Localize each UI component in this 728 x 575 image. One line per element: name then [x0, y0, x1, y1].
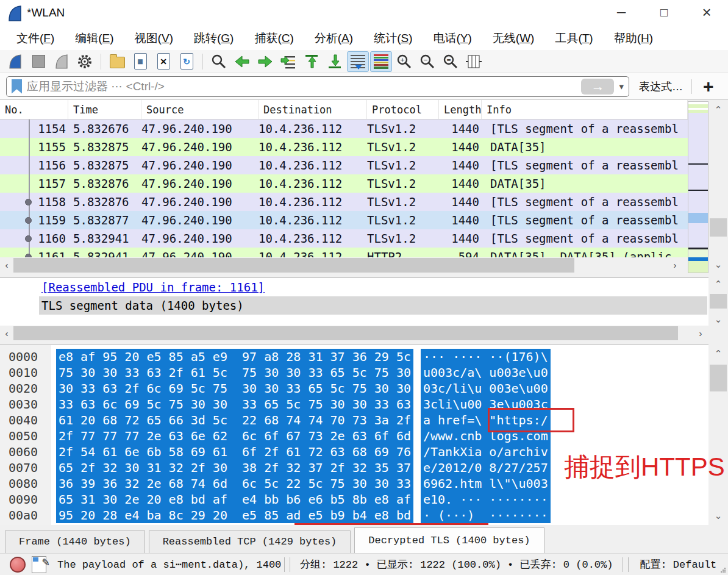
colorize-icon[interactable] [370, 51, 392, 72]
menu-item-t[interactable]: 工具(T) [544, 28, 603, 49]
zoom-reset-icon[interactable]: = [440, 51, 462, 72]
scroll-right-icon[interactable]: › [694, 326, 707, 341]
packet-row-1160[interactable]: 11605.83294147.96.240.19010.4.236.112TLS… [0, 229, 688, 248]
pane-splitter[interactable] [0, 273, 728, 277]
add-filter-button[interactable]: + [703, 77, 714, 96]
hex-bytes[interactable]: 2f 54 61 6e 6b 58 69 61 6f 2f 61 72 63 6… [56, 444, 413, 460]
find-packet-icon[interactable] [208, 51, 230, 72]
goto-packet-icon[interactable] [277, 51, 299, 72]
filter-bookmark-icon[interactable] [12, 79, 22, 94]
packet-row-1155[interactable]: 11555.83287547.96.240.19010.4.236.112TLS… [0, 138, 688, 156]
hex-bytes[interactable]: 2f 77 77 77 2e 63 6e 62 6c 6f 67 73 2e 6… [56, 428, 413, 444]
hex-bytes[interactable]: 36 39 36 32 2e 68 74 6d 6c 5c 22 5c 75 3… [56, 476, 413, 491]
packet-row-1156[interactable]: 11565.83287547.96.240.19010.4.236.112TLS… [0, 156, 688, 174]
packet-row-1158[interactable]: 11585.83287647.96.240.19010.4.236.112TLS… [0, 193, 688, 211]
scroll-up-icon[interactable]: ⌃ [708, 276, 728, 293]
autoscroll-icon[interactable] [347, 51, 369, 72]
hex-ascii[interactable]: u003c/a\ u003e\u0 [421, 365, 551, 380]
menu-item-h[interactable]: 帮助(H) [604, 28, 663, 49]
hex-row-0040[interactable]: 004061 20 68 72 65 66 3d 5c 22 68 74 74 … [0, 412, 551, 428]
packet-list-vscrollbar[interactable]: ⌃ ⌄ [708, 101, 728, 273]
expression-button[interactable]: 表达式… [639, 79, 683, 94]
scroll-down-icon[interactable]: ⌄ [708, 256, 728, 273]
packet-list-minimap[interactable] [688, 101, 708, 273]
scroll-down-icon[interactable]: ⌄ [708, 507, 728, 524]
byte-tab-reassembled[interactable]: Reassembled TCP (1429 bytes) [149, 530, 351, 553]
hex-row-0000[interactable]: 0000e8 af 95 20 e5 85 a5 e9 97 a8 28 31 … [0, 349, 551, 365]
hex-bytes[interactable]: 33 63 6c 69 5c 75 30 30 33 65 5c 75 30 3… [56, 396, 413, 412]
display-filter-box[interactable]: → ▾ [6, 76, 629, 97]
hex-bytes[interactable]: e8 af 95 20 e5 85 a5 e9 97 a8 28 31 37 3… [56, 349, 413, 365]
packet-row-1161[interactable]: 11615.83294147.96.240.19010.4.236.112HTT… [0, 248, 688, 257]
scroll-left-icon[interactable]: ‹ [0, 257, 13, 273]
hex-ascii[interactable]: e/2012/0 8/27/257 [421, 460, 551, 476]
previous-packet-icon[interactable] [231, 51, 253, 72]
menu-item-e[interactable]: 编辑(E) [65, 28, 124, 49]
scroll-up-icon[interactable]: ⌃ [708, 101, 728, 118]
bytes-vscrollbar[interactable]: ⌃ ⌄ [708, 345, 728, 524]
menu-item-w[interactable]: 无线(W) [482, 28, 545, 49]
hex-bytes[interactable]: 75 30 30 33 63 2f 61 5c 75 30 30 33 65 5… [56, 365, 413, 380]
hex-row-0080[interactable]: 008036 39 36 32 2e 68 74 6d 6c 5c 22 5c … [0, 476, 551, 491]
scrollbar-thumb[interactable] [710, 218, 727, 237]
stop-capture-icon[interactable] [27, 51, 49, 72]
zoom-in-icon[interactable]: + [393, 51, 415, 72]
byte-tab-frame[interactable]: Frame (1440 bytes) [5, 530, 145, 553]
hex-ascii[interactable]: 3cli\u00 3e\u003c [421, 396, 551, 412]
scrollbar-thumb[interactable] [710, 294, 727, 309]
open-file-icon[interactable] [106, 51, 128, 72]
scroll-down-icon[interactable]: ⌄ [708, 311, 728, 328]
details-hscrollbar[interactable]: ‹ › [0, 326, 708, 341]
menu-item-c[interactable]: 捕获(C) [244, 28, 304, 49]
hex-row-0090[interactable]: 009065 31 30 2e 20 e8 bd af e4 bb b6 e6 … [0, 491, 551, 507]
hex-ascii[interactable]: e10. ··· ········ [421, 491, 551, 507]
maximize-button[interactable]: □ [646, 0, 682, 24]
menu-item-v[interactable]: 视图(V) [124, 28, 184, 49]
start-capture-icon[interactable] [4, 51, 26, 72]
menu-item-s[interactable]: 统计(S) [363, 28, 423, 49]
detail-row-selected[interactable]: TLS segment data (1400 bytes) [39, 296, 707, 315]
scroll-up-icon[interactable]: ⌃ [708, 345, 728, 362]
restart-capture-icon[interactable] [51, 51, 73, 72]
hex-bytes[interactable]: 30 33 63 2f 6c 69 5c 75 30 30 33 65 5c 7… [56, 380, 413, 396]
scroll-left-icon[interactable]: ‹ [0, 326, 13, 341]
hex-ascii[interactable]: 03c/li\u 003e\u00 [421, 380, 551, 396]
hex-ascii[interactable]: · (···) ········ [421, 507, 551, 523]
hex-row-0050[interactable]: 00502f 77 77 77 2e 63 6e 62 6c 6f 67 73 … [0, 428, 551, 444]
menu-item-g[interactable]: 跳转(G) [184, 28, 244, 49]
save-file-icon[interactable]: ▦ [129, 51, 151, 72]
hex-bytes[interactable]: 65 31 30 2e 20 e8 bd af e4 bb b6 e6 b5 8… [56, 491, 413, 507]
reload-file-icon[interactable]: ↻ [176, 51, 198, 72]
hex-row-0030[interactable]: 003033 63 6c 69 5c 75 30 30 33 65 5c 75 … [0, 396, 551, 412]
column-header-protocol[interactable]: Protocol [367, 100, 439, 119]
display-filter-input[interactable] [26, 79, 581, 94]
scrollbar-thumb[interactable] [13, 258, 574, 273]
reassembled-pdu-link[interactable]: [Reassembled PDU in frame: 1161] [41, 280, 265, 294]
scrollbar-thumb[interactable] [13, 326, 678, 340]
column-header-no[interactable]: No. [0, 100, 68, 119]
column-header-length[interactable]: Length [439, 100, 482, 119]
scrollbar-thumb[interactable] [710, 365, 727, 391]
details-vscrollbar[interactable]: ⌃ ⌄ [708, 278, 728, 326]
next-packet-icon[interactable] [254, 51, 276, 72]
byte-tab-decrypted[interactable]: Decrypted TLS (1400 bytes) [354, 527, 544, 553]
close-button[interactable]: × [689, 0, 724, 24]
hex-row-00a0[interactable]: 00a095 20 28 e4 ba 8c 29 20 e5 85 ad e5 … [0, 507, 551, 523]
packet-row-1159[interactable]: 11595.83287747.96.240.19010.4.236.112TLS… [0, 211, 688, 229]
menu-item-a[interactable]: 分析(A) [304, 28, 363, 49]
hex-bytes[interactable]: 95 20 28 e4 ba 8c 29 20 e5 85 ad e5 b9 b… [56, 507, 413, 523]
packet-row-1154[interactable]: 11545.83267647.96.240.19010.4.236.112TLS… [0, 120, 688, 138]
hex-ascii[interactable]: 6962.htm l\"\u003 [421, 476, 551, 491]
detail-row-reassembled[interactable]: [Reassembled PDU in frame: 1161] [0, 278, 708, 296]
minimize-button[interactable]: ─ [604, 0, 639, 24]
column-header-destination[interactable]: Destination [259, 100, 367, 119]
filter-dropdown-caret[interactable]: ▾ [619, 81, 624, 92]
hex-bytes[interactable]: 65 2f 32 30 31 32 2f 30 38 2f 32 37 2f 3… [56, 460, 413, 476]
zoom-out-icon[interactable]: − [416, 51, 438, 72]
apply-filter-button[interactable]: → [581, 79, 614, 95]
column-header-info[interactable]: Info [482, 100, 688, 119]
resize-columns-icon[interactable] [463, 51, 485, 72]
expert-info-icon[interactable] [10, 557, 26, 573]
capture-comment-icon[interactable]: ✎ [32, 556, 46, 573]
hex-ascii[interactable]: a href=\ "https:/ [421, 412, 551, 428]
